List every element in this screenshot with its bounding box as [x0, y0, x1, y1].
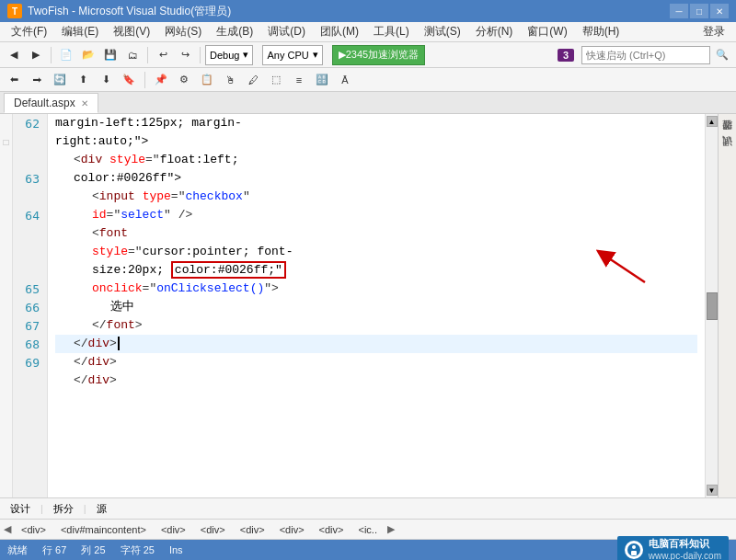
debug-config-dropdown[interactable]: Debug ▾ — [205, 45, 253, 65]
scroll-left-btn[interactable]: ◀ — [4, 523, 11, 535]
code-line-64c: size:20px; color:#0026ff;" — [55, 261, 697, 280]
toolbar-sep3 — [200, 47, 201, 63]
toolbar2-btn12[interactable]: ⬚ — [266, 70, 286, 90]
toolbar2-btn11[interactable]: 🖊 — [243, 70, 263, 90]
menu-login[interactable]: 登录 — [696, 22, 732, 41]
scroll-thumb[interactable] — [707, 292, 718, 320]
side-panel-item-guanli[interactable]: 管理器 — [720, 134, 734, 142]
svg-point-1 — [632, 545, 636, 549]
close-button[interactable]: ✕ — [710, 4, 729, 18]
code-line-63b: id="select" /> — [55, 206, 697, 224]
line-num-blank1 — [13, 132, 47, 151]
line-num-blank3 — [13, 188, 47, 206]
toolbar2-btn13[interactable]: ≡ — [289, 70, 309, 90]
code-line-65: 选中 — [55, 298, 697, 316]
line-numbers: 62 63 64 65 66 67 68 69 — [13, 114, 48, 497]
menu-website[interactable]: 网站(S) — [157, 22, 209, 41]
toolbar2-btn5[interactable]: ⬇ — [96, 70, 116, 90]
menu-help[interactable]: 帮助(H) — [575, 22, 627, 41]
restore-button[interactable]: □ — [690, 4, 708, 18]
minimize-button[interactable]: ─ — [670, 4, 688, 18]
tab-close-button[interactable]: ✕ — [81, 98, 88, 109]
line-num-67: 67 — [13, 316, 47, 335]
run-button[interactable]: ▶ 2345加速浏览器 — [332, 45, 425, 65]
menu-file[interactable]: 文件(F) — [4, 22, 54, 41]
toolbar2-btn2[interactable]: ⮕ — [27, 70, 47, 90]
bc-div3[interactable]: <div> — [194, 522, 232, 537]
new-proj-button[interactable]: 📄 — [56, 45, 76, 65]
bc-div6[interactable]: <div> — [313, 522, 351, 537]
bc-ic[interactable]: <ic.. — [351, 522, 383, 537]
scroll-right-btn[interactable]: ▶ — [387, 523, 395, 535]
code-line-64a: <font — [55, 224, 697, 243]
window-controls: ─ □ ✕ — [670, 4, 729, 18]
code-line-div1a: <div style="float:left; — [55, 151, 697, 169]
title-bar-left: T TwoFish - Microsoft Visual Studio(管理员) — [7, 4, 231, 19]
line-num-blank4 — [13, 224, 47, 243]
redo-button[interactable]: ↪ — [175, 45, 195, 65]
toolbar2-btn6[interactable]: 🔖 — [119, 70, 139, 90]
menu-build[interactable]: 生成(B) — [209, 22, 260, 41]
toolbar2-btn4[interactable]: ⬆ — [73, 70, 93, 90]
vertical-scrollbar[interactable]: ▲ ▼ — [705, 114, 718, 497]
toolbar2-btn7[interactable]: 📌 — [151, 70, 171, 90]
toolbar2-btn8[interactable]: ⚙ — [174, 70, 194, 90]
save-button[interactable]: 💾 — [100, 45, 121, 65]
open-button[interactable]: 📂 — [78, 45, 98, 65]
vs-version-badge: 3 — [558, 49, 574, 62]
collapse-indicator-62: □ — [0, 132, 12, 151]
nav-fwd-button[interactable]: ▶ — [26, 45, 46, 65]
menu-view[interactable]: 视图(V) — [106, 22, 157, 41]
menu-test[interactable]: 测试(S) — [417, 22, 468, 41]
status-char: 字符 25 — [121, 543, 155, 557]
bc-div-main[interactable]: <div#maincontent> — [54, 522, 153, 537]
toolbar2-btn9[interactable]: 📋 — [197, 70, 217, 90]
quick-search-input[interactable] — [581, 46, 710, 64]
code-line-66: </font> — [55, 316, 697, 335]
toolbar2-btn1[interactable]: ⬅ — [4, 70, 24, 90]
source-button[interactable]: 源 — [90, 500, 113, 518]
split-button[interactable]: 拆分 — [47, 500, 80, 518]
code-editor[interactable]: margin-left:125px; margin- right:auto;">… — [48, 114, 705, 497]
toolbar-sep2 — [147, 47, 148, 63]
toolbar2-btn15[interactable]: Ā — [335, 70, 355, 90]
side-panel-item-jiuefangan[interactable]: 解决方案资源 — [720, 118, 734, 125]
tab-default-aspx[interactable]: Default.aspx ✕ — [4, 93, 98, 113]
menu-team[interactable]: 团队(M) — [313, 22, 366, 41]
menu-bar: 文件(F) 编辑(E) 视图(V) 网站(S) 生成(B) 调试(D) 团队(M… — [0, 22, 736, 42]
bc-div5[interactable]: <div> — [273, 522, 311, 537]
status-row: 行 67 — [42, 543, 66, 557]
bc-div4[interactable]: <div> — [234, 522, 271, 537]
menu-analyze[interactable]: 分析(N) — [468, 22, 521, 41]
menu-window[interactable]: 窗口(W) — [520, 22, 574, 41]
save-all-button[interactable]: 🗂 — [122, 45, 143, 65]
code-line-64d: onclick="onClickselect()"> — [55, 280, 697, 298]
toolbar2-btn10[interactable]: 🖱 — [220, 70, 240, 90]
cpu-dropdown[interactable]: Any CPU ▾ — [262, 45, 322, 65]
menu-tools[interactable]: 工具(L) — [366, 22, 417, 41]
line-num-blank6 — [13, 261, 47, 280]
scroll-down-button[interactable]: ▼ — [707, 485, 718, 496]
line-num-66: 66 — [13, 298, 47, 316]
bc-div2[interactable]: <div> — [155, 522, 192, 537]
title-bar: T TwoFish - Microsoft Visual Studio(管理员)… — [0, 0, 736, 22]
code-line-69: </div> — [55, 371, 697, 390]
side-panel-item-tiaoshi[interactable]: 调试 — [720, 151, 734, 158]
toolbar2-btn14[interactable]: 🔠 — [312, 70, 332, 90]
code-line-63a: <input type="checkbox" — [55, 188, 697, 206]
bc-div1[interactable]: <div> — [15, 522, 52, 537]
watermark-text: 电脑百科知识 www.pc-daily.com — [649, 538, 721, 560]
design-button[interactable]: 设计 — [4, 500, 37, 518]
code-line-62a: margin-left:125px; margin- — [55, 114, 697, 132]
menu-debug[interactable]: 调试(D) — [260, 22, 313, 41]
bottom-toolbar: 设计 | 拆分 | 源 — [0, 497, 736, 520]
status-ready: 就绪 — [7, 543, 28, 557]
search-button[interactable]: 🔍 — [712, 45, 732, 65]
menu-edit[interactable]: 编辑(E) — [54, 22, 106, 41]
undo-button[interactable]: ↩ — [153, 45, 173, 65]
scroll-up-button[interactable]: ▲ — [707, 116, 718, 127]
toolbar2-btn3[interactable]: 🔄 — [50, 70, 70, 90]
editor-area: □ 62 63 64 65 66 67 68 69 margin-left:12… — [0, 114, 736, 497]
nav-back-button[interactable]: ◀ — [4, 45, 24, 65]
watermark-site: www.pc-daily.com — [649, 551, 721, 560]
